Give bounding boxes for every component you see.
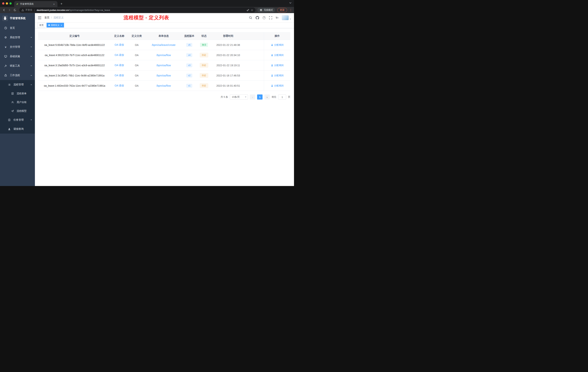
cell-category: OA <box>128 60 146 70</box>
screen: 芋道管理系统 × + 不安全 | dashboard.yudao.iocoder… <box>0 0 294 186</box>
definition-name-link[interactable]: OA 请假 <box>115 64 124 67</box>
sidebar-item-payment[interactable]: ¥ 支付管理 <box>0 42 35 52</box>
user-menu[interactable] <box>282 15 291 20</box>
browser-tab[interactable]: 芋道管理系统 × <box>14 1 57 7</box>
font-size-icon[interactable]: TT <box>276 16 278 19</box>
assign-rule-link[interactable]: 分配规则 <box>271 43 284 47</box>
sidebar-item-leave-query[interactable]: 请假查询 <box>0 124 35 134</box>
browser-tabstrip: 芋道管理系统 × + <box>0 0 294 7</box>
form-link[interactable]: /bpm/oa/flow <box>156 84 171 87</box>
sidebar-item-label: 系统管理 <box>10 36 20 39</box>
sidebar-item-label: 流程表单 <box>17 92 27 95</box>
tab-close-icon[interactable]: × <box>52 2 56 6</box>
app-title: 芋道管理系统 <box>10 17 26 20</box>
paper-plane-icon <box>11 110 14 112</box>
tag-process-definition[interactable]: 流程定义 × <box>47 23 64 27</box>
cell-deploy-time: 2022-01-22 20:34:10 <box>211 50 245 60</box>
assign-rule-link[interactable]: 分配规则 <box>271 64 284 67</box>
version-tag: v4 <box>186 53 192 57</box>
fullscreen-icon[interactable] <box>269 16 272 19</box>
incognito-label: 无痕模式 <box>264 9 273 12</box>
page-size-select[interactable]: 10条/页 <box>230 94 248 99</box>
document-icon <box>11 92 14 95</box>
goto-page-input[interactable] <box>278 94 286 99</box>
incognito-badge: 无痕模式 <box>257 8 275 12</box>
sidebar-item-label: 流程管理 <box>13 83 24 86</box>
omnibox-separator: | <box>34 9 35 11</box>
assign-rule-link[interactable]: 分配规则 <box>271 84 284 87</box>
tab-list-chevron-icon[interactable] <box>289 2 292 4</box>
version-tag: v3 <box>186 64 192 67</box>
next-page-button[interactable]: › <box>264 94 270 99</box>
search-icon[interactable] <box>249 16 252 19</box>
security-label[interactable]: 不安全 <box>25 8 32 12</box>
refresh-icon[interactable] <box>12 8 17 12</box>
definition-name-link[interactable]: OA 请假 <box>115 84 124 87</box>
assign-rule-link[interactable]: 分配规则 <box>271 54 284 57</box>
password-key-icon[interactable] <box>247 9 250 11</box>
top-navbar: 首页 / 流程定义 流程模型 - 定义列表 ? TT <box>35 13 294 22</box>
bookmark-star-icon[interactable]: ☆ <box>251 8 253 12</box>
help-icon[interactable]: ? <box>262 16 266 19</box>
back-icon[interactable] <box>1 8 7 12</box>
window-maximize-button[interactable] <box>10 2 12 5</box>
cell-definition-id: oa_leave:4:991f2193-7b7f-11ec-a3c8-acde4… <box>38 50 111 60</box>
sidebar-item-infrastructure[interactable]: 基础设施 <box>0 52 35 61</box>
col-spacer <box>245 60 264 70</box>
active-dot <box>48 24 50 26</box>
definition-name-link[interactable]: OA 请假 <box>115 74 124 77</box>
sidebar-item-user-groups[interactable]: 用户分组 <box>0 98 35 107</box>
window-controls <box>0 0 14 7</box>
url-text[interactable]: dashboard.yudao.iocoder.cn/bpm/manager/d… <box>37 9 245 11</box>
assign-rule-link[interactable]: 分配规则 <box>271 74 284 77</box>
sidebar-item-devtools[interactable]: 研发工具 <box>0 61 35 71</box>
version-tag: v5 <box>186 43 192 47</box>
prev-page-button[interactable]: ‹ <box>250 94 255 99</box>
breadcrumb-current: 流程定义 <box>53 16 64 19</box>
sidebar-collapse-icon[interactable] <box>38 16 42 19</box>
col-header: 定义编号 <box>38 33 111 40</box>
tag-close-icon[interactable]: × <box>61 24 62 27</box>
definition-name-link[interactable]: OA 请假 <box>115 43 124 47</box>
chevron-down-icon <box>245 97 246 98</box>
sidebar-item-system[interactable]: ⚙ 系统管理 <box>0 33 35 42</box>
main-area: 首页 / 流程定义 流程模型 - 定义列表 ? TT <box>35 13 294 186</box>
yen-icon: ¥ <box>4 45 7 49</box>
sidebar-logo[interactable]: 芋道管理系统 <box>0 13 35 23</box>
browser-update-button[interactable]: 更新 <box>277 8 287 12</box>
form-link[interactable]: /bpm/oa/leave/create <box>152 44 176 46</box>
form-link[interactable]: /bpm/oa/flow <box>156 74 171 77</box>
sidebar-item-workflow[interactable]: 工作流程 <box>0 71 35 80</box>
browser-menu-kebab-icon[interactable]: ⋮ <box>289 8 293 12</box>
current-page-button[interactable]: 1 <box>257 94 262 99</box>
goto-label-prefix: 前往 <box>272 95 276 99</box>
tag-home[interactable]: 首页 <box>37 23 45 27</box>
tag-label: 流程定义 <box>51 24 59 27</box>
sidebar-item-label: 支付管理 <box>10 45 20 49</box>
window-close-button[interactable] <box>2 2 4 5</box>
new-tab-button[interactable]: + <box>59 1 64 6</box>
chevron-down-icon <box>290 19 291 20</box>
sidebar-item-process-forms[interactable]: 流程表单 <box>0 89 35 98</box>
forward-icon[interactable] <box>7 8 12 12</box>
table-row: oa_leave:2:3c1f0ef1-76b1-11ec-9c66-a2380… <box>38 70 290 81</box>
user-avatar <box>282 15 289 20</box>
definition-name-link[interactable]: OA 请假 <box>115 54 124 57</box>
form-link[interactable]: /bpm/oa/flow <box>156 54 171 57</box>
tag-label: 首页 <box>39 24 44 27</box>
address-bar[interactable]: 不安全 | dashboard.yudao.iocoder.cn/bpm/man… <box>19 8 255 12</box>
breadcrumb-home[interactable]: 首页 <box>44 16 50 19</box>
github-icon[interactable] <box>256 16 259 20</box>
cell-deploy-time: 2022-01-22 19:19:11 <box>211 60 245 70</box>
window-minimize-button[interactable] <box>6 2 8 5</box>
sidebar-item-home[interactable]: 首页 <box>0 23 35 33</box>
url-host: dashboard.yudao.iocoder.cn <box>37 9 69 11</box>
form-link[interactable]: /bpm/oa/flow <box>156 64 171 67</box>
assign-rule-label: 分配规则 <box>274 54 284 57</box>
sidebar-item-task-management[interactable]: 任务管理 <box>0 115 35 124</box>
assign-rule-label: 分配规则 <box>274 43 284 47</box>
sidebar-item-label: 任务管理 <box>13 118 24 121</box>
col-header: 部署时间 <box>211 33 245 40</box>
sidebar-item-process-management[interactable]: 流程管理 <box>0 80 35 89</box>
sidebar-item-process-models[interactable]: 流程模型 <box>0 107 35 115</box>
